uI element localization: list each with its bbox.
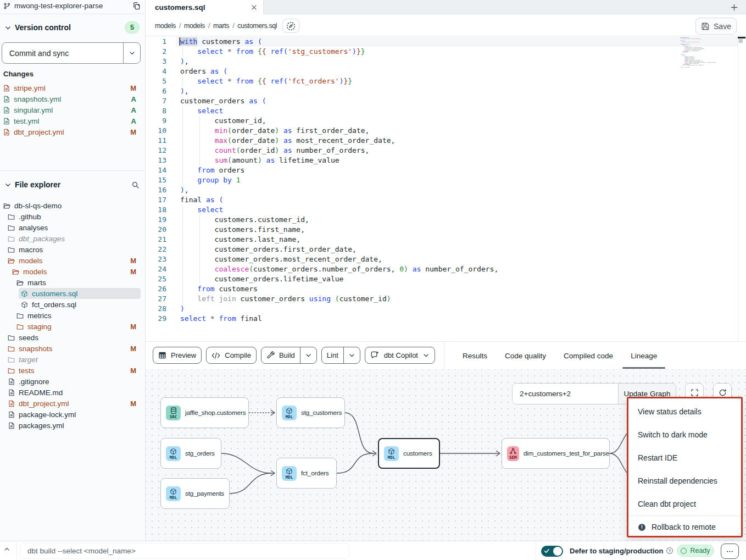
save-button[interactable]: Save xyxy=(695,18,737,35)
tree-item-models[interactable]: modelsM xyxy=(0,266,145,277)
changed-file-row[interactable]: test.ymlA xyxy=(0,115,145,126)
code-line-3: 3), xyxy=(146,57,746,66)
tree-item-analyses[interactable]: analyses xyxy=(0,222,145,233)
modified-status-letter: M xyxy=(130,268,136,276)
change-status-letter: A xyxy=(131,95,136,103)
tree-item-db-sl-qs-demo[interactable]: db-sl-qs-demo xyxy=(0,200,145,211)
help-icon[interactable] xyxy=(666,547,673,555)
line-number: 14 xyxy=(146,165,166,175)
tree-item-label: tests xyxy=(19,367,130,375)
copilot-badge-button[interactable] xyxy=(282,19,299,33)
version-control-header[interactable]: Version control 5 xyxy=(0,21,145,34)
tree-item-staging[interactable]: stagingM xyxy=(0,321,145,332)
tree-item--gitignore[interactable]: .gitignore xyxy=(0,376,145,387)
lineage-node-stg-customers[interactable]: MDLstg_customers xyxy=(276,397,345,428)
tree-item-macros[interactable]: macros xyxy=(0,244,145,255)
dropdown-chevron[interactable] xyxy=(300,347,316,363)
tree-item-metrics[interactable]: metrics xyxy=(0,310,145,321)
menu-item-reinstall-dependencies[interactable]: Reinstall dependencies xyxy=(628,469,741,492)
minimap[interactable]: 1with customers as (2 select * from {{ r… xyxy=(677,37,738,147)
node-type-label: SEM xyxy=(509,456,517,459)
commit-and-sync-button[interactable]: Commit and sync xyxy=(2,42,141,64)
menu-item-view-status-details[interactable]: View status details xyxy=(628,400,741,423)
tree-item-label: macros xyxy=(19,246,136,254)
refresh-icon xyxy=(719,389,727,397)
tree-item-label: marts xyxy=(27,279,136,287)
menu-item-label: Restart IDE xyxy=(638,453,677,462)
node-type-badge: SRC xyxy=(166,406,181,420)
breadcrumb-segment[interactable]: marts xyxy=(213,22,229,30)
tree-item-label: target xyxy=(19,356,136,364)
tab-customers-sql[interactable]: customers.sql xyxy=(146,0,264,15)
tab-lineage[interactable]: Lineage xyxy=(622,342,666,369)
breadcrumb-separator: / xyxy=(179,22,181,30)
changed-file-row[interactable]: dbt_project.ymlM xyxy=(0,126,145,137)
lineage-node-stg-payments[interactable]: MDLstg_payments xyxy=(160,478,230,509)
line-number: 11 xyxy=(146,136,166,146)
search-icon[interactable] xyxy=(131,181,140,189)
tree-item-models[interactable]: modelsM xyxy=(0,255,145,266)
breadcrumb-segment[interactable]: customers.sql xyxy=(237,22,277,30)
defer-toggle[interactable] xyxy=(541,546,563,557)
tree-item-target[interactable]: target xyxy=(0,354,145,365)
tree-item-customers-sql[interactable]: customers.sql xyxy=(0,288,145,299)
file-icon xyxy=(3,85,10,92)
tab-compiled-code[interactable]: Compiled code xyxy=(555,342,622,369)
line-number: 25 xyxy=(146,274,166,284)
file-icon xyxy=(3,118,10,125)
changed-file-row[interactable]: stripe.ymlM xyxy=(0,82,145,93)
copy-icon[interactable] xyxy=(132,2,141,10)
tree-item-fct-orders-sql[interactable]: fct_orders.sql xyxy=(0,299,145,310)
line-number: 8 xyxy=(146,106,166,116)
line-number: 13 xyxy=(146,156,166,165)
fullscreen-icon xyxy=(691,389,699,397)
dropdown-chevron[interactable] xyxy=(343,347,360,363)
close-icon[interactable] xyxy=(250,4,258,11)
commit-options-dropdown[interactable] xyxy=(123,43,140,63)
tree-item-dbt-packages[interactable]: dbt_packages xyxy=(0,233,145,244)
menu-item-switch-to-dark-mode[interactable]: Switch to dark mode xyxy=(628,423,741,446)
sidebar: mwong-test-explorer-parse Version contro… xyxy=(0,0,146,541)
build-button[interactable]: Build xyxy=(261,347,317,364)
tree-item--github[interactable]: .github xyxy=(0,211,145,222)
breadcrumb-segment[interactable]: models xyxy=(184,22,205,30)
line-number: 3 xyxy=(146,57,166,66)
menu-item-rollback-to-remote[interactable]: Rollback to remote xyxy=(628,516,741,538)
code-editor[interactable]: 1with customers as (2 select * from {{ r… xyxy=(146,36,746,341)
table-icon xyxy=(158,351,166,359)
file-explorer-header[interactable]: File explorer xyxy=(0,178,145,191)
preview-button[interactable]: Preview xyxy=(153,347,202,364)
compile-button[interactable]: Compile xyxy=(206,347,257,364)
tab-code-quality[interactable]: Code quality xyxy=(496,342,555,369)
dbt-copilot-button[interactable]: dbt Copilot xyxy=(365,347,435,364)
menu-item-clean-dbt-project[interactable]: Clean dbt project xyxy=(628,492,741,515)
lineage-search-input[interactable]: 2+customers+2 xyxy=(513,384,618,404)
changed-file-row[interactable]: snapshots.ymlA xyxy=(0,93,145,104)
lineage-node-dim-customers-test-for-parse[interactable]: SEMdim_customers_test_for_parse xyxy=(502,438,610,469)
tree-item-dbt-project-yml[interactable]: dbt_project.ymlM xyxy=(0,398,145,409)
tree-item-marts[interactable]: marts xyxy=(0,277,145,288)
line-number: 28 xyxy=(146,304,166,314)
menu-item-restart-ide[interactable]: Restart IDE xyxy=(628,446,741,469)
new-tab-button[interactable] xyxy=(730,0,738,14)
breadcrumb-segment[interactable]: models xyxy=(155,22,176,30)
lint-button[interactable]: Lint xyxy=(321,347,360,364)
tree-item-tests[interactable]: testsM xyxy=(0,365,145,376)
code-line-9: 9 customer_id, xyxy=(146,116,746,126)
tree-item-seeds[interactable]: seeds xyxy=(0,332,145,343)
code-line-12: 12 count(order_id) as number_of_orders, xyxy=(146,146,746,156)
editor-scrollbar-thumb[interactable] xyxy=(739,39,743,43)
tree-item-package-lock-yml[interactable]: package-lock.yml xyxy=(0,409,145,420)
command-input[interactable]: dbt build --select <model_name> xyxy=(20,543,349,559)
changed-file-row[interactable]: singular.ymlA xyxy=(0,104,145,115)
lineage-node-customers[interactable]: MDLcustomers xyxy=(378,438,440,469)
tree-item-packages-yml[interactable]: packages.yml xyxy=(0,420,145,431)
expand-command-bar-button[interactable] xyxy=(3,546,10,553)
lineage-node-stg-orders[interactable]: MDLstg_orders xyxy=(160,438,221,469)
more-options-button[interactable] xyxy=(721,544,739,559)
tree-item-snapshots[interactable]: snapshotsM xyxy=(0,343,145,354)
tree-item-readme-md[interactable]: README.md xyxy=(0,387,145,398)
lineage-node-fct-orders[interactable]: MDLfct_orders xyxy=(276,458,337,489)
lineage-node-jaffle-shop-customers[interactable]: SRCjaffle_shop.customers xyxy=(160,397,249,428)
tab-results[interactable]: Results xyxy=(454,342,496,369)
